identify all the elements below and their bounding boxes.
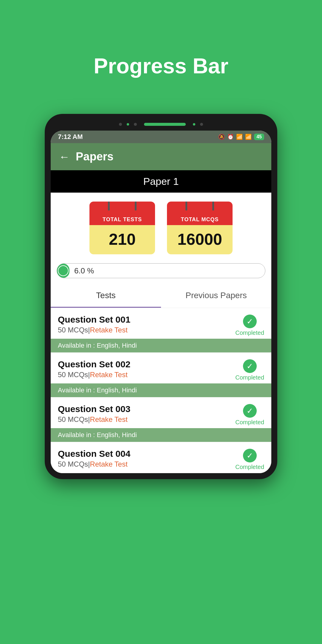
progress-area: 6.0 % [51, 260, 271, 284]
pin-left [185, 202, 187, 210]
check-icon-004: ✓ [243, 449, 257, 462]
phone-dot-4 [193, 123, 195, 126]
check-icon-001: ✓ [243, 315, 257, 328]
qs-mcqs-004: 50 MCQs [58, 460, 88, 468]
page-title: Progress Bar [94, 54, 228, 78]
app-header: ← Papers [51, 143, 271, 170]
bell-icon: 🔕 [218, 134, 225, 140]
qs-meta-004: 50 MCQs|Retake Test [58, 460, 130, 468]
phone-dot-3 [134, 123, 137, 126]
stats-row: TOTAL TESTS 210 TOTAL MCQS 16000 [51, 193, 271, 260]
alarm-icon: ⏰ [227, 134, 234, 140]
qs-status-001: ✓ Completed [235, 315, 264, 336]
status-bar: 7:12 AM 🔕 ⏰ 📶 📶 45 [51, 131, 271, 143]
phone-inner: 7:12 AM 🔕 ⏰ 📶 📶 45 ← Papers Paper 1 [51, 131, 271, 473]
availability-001: Available in : English, Hindi [51, 339, 271, 352]
progress-text: 6.0 % [74, 266, 94, 275]
tabs-row: Tests Previous Papers [51, 284, 271, 308]
status-icons: 🔕 ⏰ 📶 📶 45 [218, 134, 264, 140]
qs-main-row-001: Question Set 001 50 MCQs|Retake Test ✓ C… [51, 308, 271, 339]
retake-link-001[interactable]: Retake Test [90, 326, 128, 334]
back-button[interactable]: ← [59, 151, 70, 163]
completed-label-003: Completed [235, 419, 264, 426]
status-time: 7:12 AM [58, 133, 83, 141]
qs-status-004: ✓ Completed [235, 449, 264, 470]
check-icon-002: ✓ [243, 359, 257, 373]
phone-frame: 7:12 AM 🔕 ⏰ 📶 📶 45 ← Papers Paper 1 [45, 114, 277, 479]
retake-link-002[interactable]: Retake Test [90, 371, 128, 379]
qs-info-001: Question Set 001 50 MCQs|Retake Test [58, 315, 130, 334]
tab-previous-papers[interactable]: Previous Papers [161, 284, 271, 308]
progress-bar-fill [57, 264, 69, 278]
total-mcqs-value: 16000 [167, 225, 233, 254]
tab-tests[interactable]: Tests [51, 284, 161, 308]
availability-002: Available in : English, Hindi [51, 383, 271, 397]
phone-dot-2 [127, 123, 129, 126]
pin-right [135, 202, 137, 210]
qs-title-001: Question Set 001 [58, 315, 130, 325]
check-icon-003: ✓ [243, 404, 257, 418]
retake-link-003[interactable]: Retake Test [90, 415, 128, 423]
availability-003: Available in : English, Hindi [51, 428, 271, 442]
retake-link-004[interactable]: Retake Test [90, 460, 128, 468]
question-set-001: Question Set 001 50 MCQs|Retake Test ✓ C… [51, 308, 271, 353]
card-pins-right [167, 202, 233, 212]
qs-title-004: Question Set 004 [58, 449, 130, 459]
question-set-003: Question Set 003 50 MCQs|Retake Test ✓ C… [51, 397, 271, 442]
total-tests-label: TOTAL TESTS [89, 212, 155, 225]
qs-title-002: Question Set 002 [58, 359, 130, 369]
phone-dot-5 [200, 123, 203, 126]
qs-meta-002: 50 MCQs|Retake Test [58, 371, 130, 379]
completed-label-004: Completed [235, 464, 264, 470]
phone-notch [144, 123, 186, 126]
total-tests-value: 210 [89, 225, 155, 254]
wifi-icon: 📶 [245, 134, 252, 140]
qs-mcqs-003: 50 MCQs [58, 415, 88, 423]
qs-info-004: Question Set 004 50 MCQs|Retake Test [58, 449, 130, 468]
qs-meta-001: 50 MCQs|Retake Test [58, 326, 130, 334]
question-set-002: Question Set 002 50 MCQs|Retake Test ✓ C… [51, 353, 271, 397]
battery-badge: 45 [254, 134, 264, 140]
pin-left [108, 202, 110, 210]
progress-bar-container: 6.0 % [57, 263, 265, 278]
card-pins-left [89, 202, 155, 212]
question-set-004: Question Set 004 50 MCQs|Retake Test ✓ C… [51, 442, 271, 473]
qs-main-row-003: Question Set 003 50 MCQs|Retake Test ✓ C… [51, 397, 271, 428]
total-tests-card: TOTAL TESTS 210 [89, 202, 155, 254]
completed-label-002: Completed [235, 374, 264, 381]
qs-info-002: Question Set 002 50 MCQs|Retake Test [58, 359, 130, 379]
qs-mcqs-002: 50 MCQs [58, 371, 88, 379]
pin-right [212, 202, 214, 210]
qs-info-003: Question Set 003 50 MCQs|Retake Test [58, 404, 130, 424]
qs-main-row-004: Question Set 004 50 MCQs|Retake Test ✓ C… [51, 442, 271, 473]
phone-dot-1 [119, 123, 122, 126]
qs-mcqs-001: 50 MCQs [58, 326, 88, 334]
qs-title-003: Question Set 003 [58, 404, 130, 414]
qs-main-row-002: Question Set 002 50 MCQs|Retake Test ✓ C… [51, 353, 271, 383]
qs-status-003: ✓ Completed [235, 404, 264, 426]
qs-meta-003: 50 MCQs|Retake Test [58, 415, 130, 424]
signal-icon: 📶 [236, 134, 243, 140]
phone-top-bar [51, 120, 271, 131]
completed-label-001: Completed [235, 329, 264, 336]
paper-subtitle: Paper 1 [51, 170, 271, 193]
header-title: Papers [76, 150, 114, 163]
progress-dot [58, 265, 69, 276]
qs-status-002: ✓ Completed [235, 359, 264, 381]
total-mcqs-card: TOTAL MCQS 16000 [167, 202, 233, 254]
total-mcqs-label: TOTAL MCQS [167, 212, 233, 225]
